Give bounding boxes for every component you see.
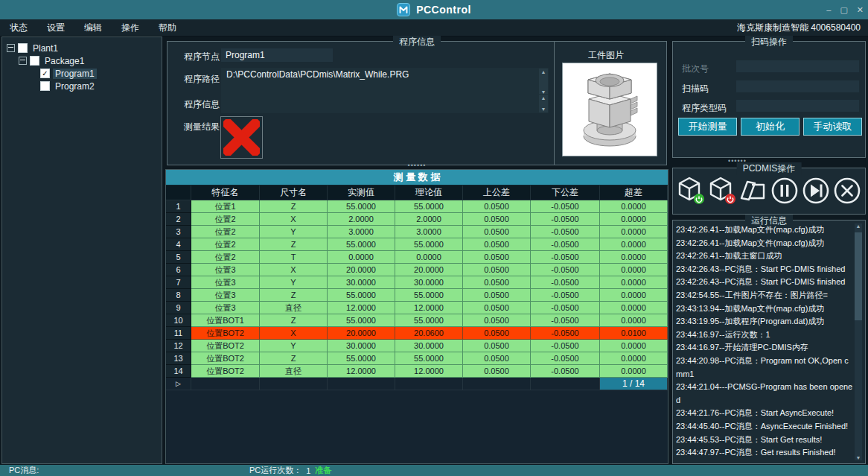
- cell-feature: 位置3: [191, 264, 260, 276]
- scan-code-field[interactable]: [736, 80, 859, 92]
- cell-dim: X: [260, 264, 328, 276]
- tree-checkbox[interactable]: [18, 43, 28, 53]
- table-row[interactable]: 4位置2Z55.000055.00000.0500-0.05000.0000: [166, 238, 668, 251]
- header-cell-3: 理论值: [395, 185, 463, 200]
- program-type-field[interactable]: [736, 100, 859, 112]
- cell-measured: 55.0000: [328, 289, 395, 302]
- cell-nominal: 3.0000: [395, 226, 463, 238]
- table-row[interactable]: 13位置BOT2Z55.000055.00000.0500-0.05000.00…: [166, 352, 668, 365]
- table-row[interactable]: 7位置3Y30.000030.00000.0500-0.05000.0000: [166, 276, 668, 289]
- table-row[interactable]: 5位置2T0.00000.00000.0500-0.05000.0000: [166, 251, 668, 264]
- continue-execution-icon[interactable]: [801, 176, 831, 206]
- menu-item-0[interactable]: 状态: [0, 22, 37, 34]
- tree-node-program2[interactable]: Program2: [2, 80, 162, 92]
- header-cell-2: 实测值: [328, 185, 395, 200]
- start-pcdmis-icon[interactable]: [676, 176, 706, 206]
- start-measure-button[interactable]: 开始测量: [678, 118, 737, 136]
- expander-icon[interactable]: [7, 44, 15, 52]
- scroll-down-icon[interactable]: ▼: [856, 455, 861, 460]
- table-row[interactable]: 10位置BOT1Z55.000055.00000.0500-0.05000.00…: [166, 314, 668, 327]
- table-row[interactable]: 3位置2Y3.00003.00000.0500-0.05000.0000: [166, 226, 668, 238]
- cancel-execution-icon[interactable]: [832, 176, 862, 206]
- program-node-field[interactable]: Program1: [221, 48, 333, 62]
- tree-checkbox[interactable]: [30, 56, 39, 66]
- part-image: [562, 63, 657, 156]
- table-row[interactable]: 12位置BOT2Y30.000030.00000.0500-0.05000.00…: [166, 340, 668, 352]
- batch-no-field[interactable]: [736, 60, 859, 72]
- close-icon[interactable]: ✕: [857, 6, 864, 14]
- cell-measured: 2.0000: [328, 213, 395, 226]
- pcdmis-group-title: PCDMIS操作: [737, 162, 802, 175]
- row-number-cell: 6: [166, 264, 191, 276]
- pause-execution-icon[interactable]: [770, 176, 800, 206]
- cell-upper: 0.0500: [463, 200, 531, 213]
- table-row[interactable]: 8位置3Z55.000055.00000.0500-0.05000.0000: [166, 289, 668, 302]
- cell-feature: 位置BOT2: [191, 365, 260, 378]
- cell-nominal: 2.0000: [395, 213, 463, 226]
- menu-item-2[interactable]: 编辑: [74, 22, 112, 34]
- initialize-button[interactable]: 初始化: [741, 118, 800, 136]
- minimize-icon[interactable]: ‒: [826, 6, 831, 14]
- expander-icon[interactable]: [19, 57, 27, 65]
- table-row[interactable]: 2位置2X2.00002.00000.0500-0.05000.0000: [166, 213, 668, 226]
- menu-item-3[interactable]: 操作: [112, 22, 149, 34]
- cell-feature: 位置BOT2: [191, 352, 260, 365]
- cell-nominal: 0.0000: [395, 251, 463, 264]
- cell-lower: -0.0500: [531, 213, 600, 226]
- scroll-up-icon[interactable]: ▲: [856, 223, 861, 229]
- scroll-up-icon[interactable]: ▲: [541, 95, 546, 101]
- message-scrollbar[interactable]: ▲ ▼: [539, 95, 548, 112]
- cell-dev: 0.0000: [600, 302, 668, 314]
- cell-measured: 55.0000: [328, 238, 395, 251]
- cell-upper: 0.0500: [463, 213, 531, 226]
- program-path-field[interactable]: D:\PCControlData\PCDmis\Matrix_While.PRG…: [221, 68, 549, 96]
- ready-status-badge: 准备: [315, 465, 331, 476]
- row-number-cell: 10: [166, 314, 191, 327]
- tree-node-plant1[interactable]: Plant1: [2, 42, 162, 54]
- table-row[interactable]: 1位置1Z55.000055.00000.0500-0.05000.0000: [166, 200, 668, 213]
- path-scrollbar[interactable]: ▲ ▼: [539, 69, 548, 95]
- toggle-window-icon[interactable]: [738, 176, 768, 206]
- scroll-down-icon[interactable]: ▼: [541, 107, 546, 112]
- program-message-label: 程序信息: [184, 98, 220, 111]
- tree-checkbox[interactable]: [40, 69, 50, 78]
- cell-lower: -0.0500: [531, 289, 600, 302]
- cell-nominal: 55.0000: [395, 352, 463, 365]
- table-row[interactable]: 14位置BOT2直径12.000012.00000.0500-0.05000.0…: [166, 365, 668, 378]
- cell-lower: -0.0500: [531, 327, 600, 340]
- splitter-handle[interactable]: ••••••: [408, 164, 427, 167]
- row-number-cell: 13: [166, 352, 191, 365]
- log-line: 23:42:26.41--加载主窗口成功: [676, 250, 853, 263]
- cell-upper: 0.0500: [463, 226, 531, 238]
- status-bar: PC消息: PC运行次数： 1 准备: [0, 465, 868, 476]
- program-message-field[interactable]: ▲ ▼: [221, 94, 549, 113]
- row-number-cell: 9: [166, 302, 191, 314]
- pc-message-label: PC消息:: [0, 465, 39, 476]
- cell-dim: Y: [260, 340, 328, 352]
- row-number-cell: 3: [166, 226, 191, 238]
- menu-item-4[interactable]: 帮助: [149, 22, 186, 34]
- stop-pcdmis-icon[interactable]: [707, 176, 737, 206]
- footer-empty-cell: [395, 378, 463, 390]
- header-cell-6: 超差: [600, 185, 668, 200]
- maximize-icon[interactable]: ▢: [840, 6, 847, 14]
- footer-empty-cell: [328, 378, 395, 390]
- cell-lower: -0.0500: [531, 238, 600, 251]
- tree-node-package1[interactable]: Package1: [2, 54, 162, 67]
- table-row[interactable]: 6位置3X20.000020.00000.0500-0.05000.0000: [166, 264, 668, 276]
- cell-dim: 直径: [260, 302, 328, 314]
- run-log-list[interactable]: 23:42:26.41--加载Map文件(map.cfg)成功23:42:26.…: [676, 223, 853, 460]
- cell-dim: Z: [260, 200, 328, 213]
- tree-node-program1[interactable]: Program1: [2, 67, 162, 80]
- menu-item-1[interactable]: 设置: [37, 22, 74, 34]
- scroll-up-icon[interactable]: ▲: [541, 69, 546, 74]
- batch-no-label: 批次号: [682, 63, 709, 75]
- scrollbar-thumb[interactable]: [855, 232, 862, 320]
- cell-nominal: 55.0000: [395, 200, 463, 213]
- program-tree: Plant1Package1Program1Program2: [2, 37, 162, 92]
- table-row[interactable]: 11位置BOT2X20.000020.06000.0500-0.05000.01…: [166, 327, 668, 340]
- manual-read-button[interactable]: 手动读取: [803, 118, 862, 136]
- tree-checkbox[interactable]: [40, 81, 50, 91]
- row-number-cell: 8: [166, 289, 191, 302]
- table-row[interactable]: 9位置3直径12.000012.00000.0500-0.05000.0000: [166, 302, 668, 314]
